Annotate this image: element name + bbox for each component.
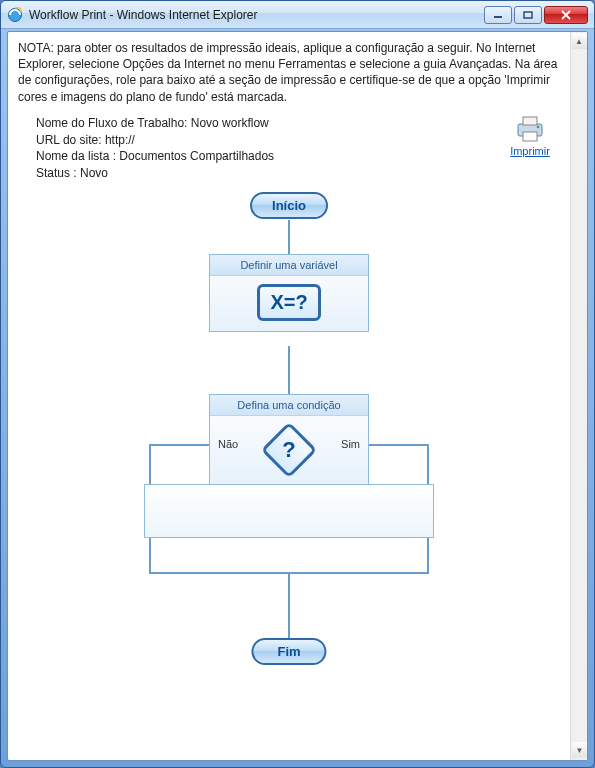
node-title: Definir uma variável	[210, 255, 368, 276]
meta-workflow-name: Nome do Fluxo de Trabalho: Novo workflow	[36, 115, 500, 132]
decision-icon: ?	[261, 422, 318, 479]
svg-point-6	[537, 125, 540, 128]
variable-symbol: X=?	[257, 284, 320, 321]
meta-status: Status : Novo	[36, 165, 500, 182]
printer-icon	[514, 115, 546, 143]
branch-container	[144, 484, 434, 538]
branch-yes-label: Sim	[341, 438, 360, 450]
connector	[288, 346, 290, 394]
close-button[interactable]	[544, 6, 588, 24]
workflow-diagram: Início Definir uma variável X=? D	[18, 188, 560, 748]
vertical-scrollbar[interactable]: ▲ ▼	[570, 32, 587, 760]
start-node: Início	[250, 192, 328, 219]
ie-icon	[7, 7, 23, 23]
window-title: Workflow Print - Windows Internet Explor…	[29, 8, 484, 22]
close-icon	[560, 10, 572, 20]
maximize-button[interactable]	[514, 6, 542, 24]
connector	[149, 444, 209, 446]
connector	[427, 538, 429, 572]
connector	[288, 572, 290, 638]
svg-rect-2	[524, 12, 532, 18]
node-body: Não Sim ?	[210, 416, 368, 486]
print-link[interactable]: Imprimir	[510, 145, 550, 157]
workflow-meta: Nome do Fluxo de Trabalho: Novo workflow…	[18, 115, 500, 182]
meta-list-name: Nome da lista : Documentos Compartilhado…	[36, 148, 500, 165]
page-content: NOTA: para obter os resultados de impres…	[8, 32, 570, 756]
node-body: X=?	[210, 276, 368, 331]
minimize-button[interactable]	[484, 6, 512, 24]
connector	[369, 444, 429, 446]
print-note: NOTA: para obter os resultados de impres…	[18, 40, 560, 105]
question-mark-icon: ?	[272, 433, 306, 467]
connector	[149, 538, 151, 572]
end-node: Fim	[251, 638, 326, 665]
node-title: Defina uma condição	[210, 395, 368, 416]
condition-node: Defina uma condição Não Sim ?	[209, 394, 369, 487]
connector	[427, 444, 429, 484]
meta-site-url: URL do site: http://	[36, 132, 500, 149]
svg-rect-5	[523, 132, 537, 141]
connector	[149, 444, 151, 484]
meta-block: Nome do Fluxo de Trabalho: Novo workflow…	[18, 115, 560, 182]
scroll-up-arrow-icon[interactable]: ▲	[572, 33, 587, 49]
print-section: Imprimir	[500, 115, 560, 182]
browser-window: Workflow Print - Windows Internet Explor…	[0, 0, 595, 768]
connector	[288, 220, 290, 254]
svg-rect-1	[494, 16, 502, 18]
maximize-icon	[523, 11, 533, 19]
scroll-down-arrow-icon[interactable]: ▼	[572, 742, 587, 758]
branch-no-label: Não	[218, 438, 238, 450]
titlebar[interactable]: Workflow Print - Windows Internet Explor…	[1, 1, 594, 29]
minimize-icon	[493, 11, 503, 19]
page-viewport: NOTA: para obter os resultados de impres…	[8, 32, 570, 760]
define-variable-node: Definir uma variável X=?	[209, 254, 369, 332]
content-frame: NOTA: para obter os resultados de impres…	[7, 31, 588, 761]
svg-rect-4	[523, 117, 537, 125]
window-controls	[484, 6, 588, 24]
